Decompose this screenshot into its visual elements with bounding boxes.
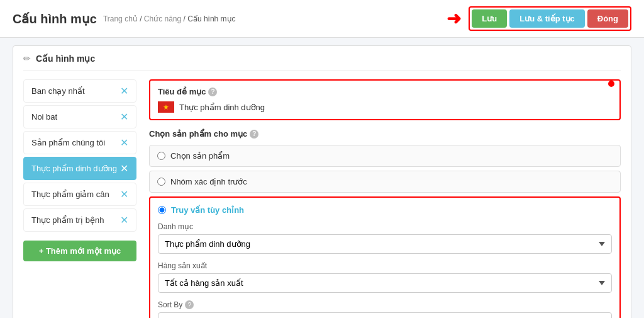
danh-muc-field: Danh mục Thực phẩm dinh dưỡng Thực phẩm … bbox=[158, 222, 612, 254]
flag-vn bbox=[158, 101, 174, 113]
title-help-icon[interactable]: ? bbox=[208, 88, 217, 96]
section-title: Cấu hình mục bbox=[36, 54, 95, 64]
sort-by-field: Sort By ? Theo tên Theo giá Mới nhất bbox=[158, 300, 612, 318]
header-right: ➜ Lưu Lưu & tiếp tục Đóng bbox=[447, 6, 631, 31]
danh-muc-label: Danh mục bbox=[158, 222, 612, 231]
sort-by-label: Sort By ? bbox=[158, 300, 612, 309]
page-title: Cấu hình mục bbox=[13, 11, 97, 26]
section-header: ✏ Cấu hình mục bbox=[23, 54, 621, 71]
sort-help-icon[interactable]: ? bbox=[185, 300, 194, 309]
content-layout: Ban chạy nhất ✕ Noi bat ✕ Sản phẩm chúng… bbox=[23, 79, 621, 318]
sidebar-item-label: Thực phẩm giảm cân bbox=[31, 190, 109, 199]
arrow-icon: ➜ bbox=[447, 8, 461, 29]
radio-nhom[interactable] bbox=[157, 178, 165, 186]
radio-chon-label: Chọn sản phẩm bbox=[170, 151, 230, 161]
sidebar-item-noi-bat[interactable]: Noi bat ✕ bbox=[23, 105, 136, 128]
sidebar-item-dinh-duong[interactable]: Thực phẩm dinh dưỡng ✕ bbox=[23, 157, 136, 180]
add-menu-button[interactable]: + Thêm mới một mục bbox=[23, 241, 136, 261]
close-icon-4[interactable]: ✕ bbox=[120, 188, 128, 200]
hang-san-xuat-label: Hàng sản xuất bbox=[158, 261, 612, 270]
title-field-box: Tiêu đề mục ? Thực phẩm dinh dưỡng bbox=[149, 79, 621, 120]
sort-by-select[interactable]: Theo tên Theo giá Mới nhất bbox=[158, 312, 612, 318]
breadcrumb-home[interactable]: Trang chủ bbox=[103, 14, 138, 23]
breadcrumb: Trang chủ / Chức năng / Cấu hình mục bbox=[103, 14, 236, 23]
title-field-label: Tiêu đề mục ? bbox=[158, 87, 612, 96]
main-container: ✏ Cấu hình mục Ban chạy nhất ✕ Noi bat ✕… bbox=[0, 38, 644, 318]
sidebar-item-label: Ban chạy nhất bbox=[31, 86, 85, 96]
chon-help-icon[interactable]: ? bbox=[250, 130, 258, 139]
save-button[interactable]: Lưu bbox=[472, 9, 507, 28]
close-icon-3[interactable]: ✕ bbox=[120, 162, 128, 174]
title-value: Thực phẩm dinh dưỡng bbox=[179, 103, 265, 112]
close-icon-2[interactable]: ✕ bbox=[120, 137, 128, 149]
header-left: Cấu hình mục Trang chủ / Chức năng / Cấu… bbox=[13, 11, 236, 26]
chon-san-pham-label: Chọn sản phẩm cho mục ? bbox=[149, 129, 621, 139]
radio-nhom-label: Nhóm xác định trước bbox=[170, 177, 247, 186]
close-icon-5[interactable]: ✕ bbox=[120, 214, 128, 226]
sidebar: Ban chạy nhất ✕ Noi bat ✕ Sản phẩm chúng… bbox=[23, 79, 136, 318]
sidebar-item-label: Thực phẩm trị bệnh bbox=[31, 215, 104, 225]
danh-muc-select[interactable]: Thực phẩm dinh dưỡng Thực phẩm giảm cân … bbox=[158, 234, 612, 254]
radio-option-truy-van[interactable]: Truy vấn tùy chỉnh bbox=[158, 205, 612, 215]
sidebar-item-tri-benh[interactable]: Thực phẩm trị bệnh ✕ bbox=[23, 208, 136, 232]
title-input-row: Thực phẩm dinh dưỡng bbox=[158, 101, 612, 113]
radio-truy-van-label: Truy vấn tùy chỉnh bbox=[171, 205, 244, 215]
breadcrumb-current: Cấu hình mục bbox=[187, 14, 235, 23]
sidebar-item-giam-can[interactable]: Thực phẩm giảm cân ✕ bbox=[23, 183, 136, 206]
hang-san-xuat-select[interactable]: Tất cả hàng sản xuất bbox=[158, 273, 612, 293]
radio-option-nhom[interactable]: Nhóm xác định trước bbox=[149, 171, 621, 193]
close-icon-0[interactable]: ✕ bbox=[120, 85, 128, 97]
close-icon-1[interactable]: ✕ bbox=[120, 111, 128, 123]
sidebar-item-label: Noi bat bbox=[31, 112, 57, 122]
header: Cấu hình mục Trang chủ / Chức năng / Cấu… bbox=[0, 0, 644, 38]
status-dot bbox=[608, 81, 614, 87]
sidebar-item-label: Thực phẩm dinh dưỡng bbox=[31, 164, 117, 173]
sidebar-item-san-pham[interactable]: Sản phẩm chúng tôi ✕ bbox=[23, 131, 136, 154]
sidebar-item-label: Sản phẩm chúng tôi bbox=[31, 138, 105, 147]
breadcrumb-functions[interactable]: Chức năng bbox=[144, 14, 181, 23]
close-button[interactable]: Đóng bbox=[587, 9, 628, 28]
right-panel: Tiêu đề mục ? Thực phẩm dinh dưỡng Chọn … bbox=[149, 79, 621, 318]
edit-icon: ✏ bbox=[23, 54, 31, 64]
radio-chon-san-pham[interactable] bbox=[157, 152, 165, 160]
save-continue-button[interactable]: Lưu & tiếp tục bbox=[509, 9, 585, 28]
action-buttons-group: Lưu Lưu & tiếp tục Đóng bbox=[469, 6, 631, 31]
sidebar-item-ban-chay-nhat[interactable]: Ban chạy nhất ✕ bbox=[23, 79, 136, 103]
custom-query-box: Truy vấn tùy chỉnh Danh mục Thực phẩm di… bbox=[149, 196, 621, 318]
breadcrumb-sep2: / bbox=[184, 14, 186, 23]
section-card: ✏ Cấu hình mục Ban chạy nhất ✕ Noi bat ✕… bbox=[13, 45, 631, 318]
radio-option-chon-san-pham[interactable]: Chọn sản phẩm bbox=[149, 145, 621, 167]
radio-truy-van[interactable] bbox=[158, 206, 166, 214]
breadcrumb-sep1: / bbox=[140, 14, 142, 23]
hang-san-xuat-field: Hàng sản xuất Tất cả hàng sản xuất bbox=[158, 261, 612, 293]
